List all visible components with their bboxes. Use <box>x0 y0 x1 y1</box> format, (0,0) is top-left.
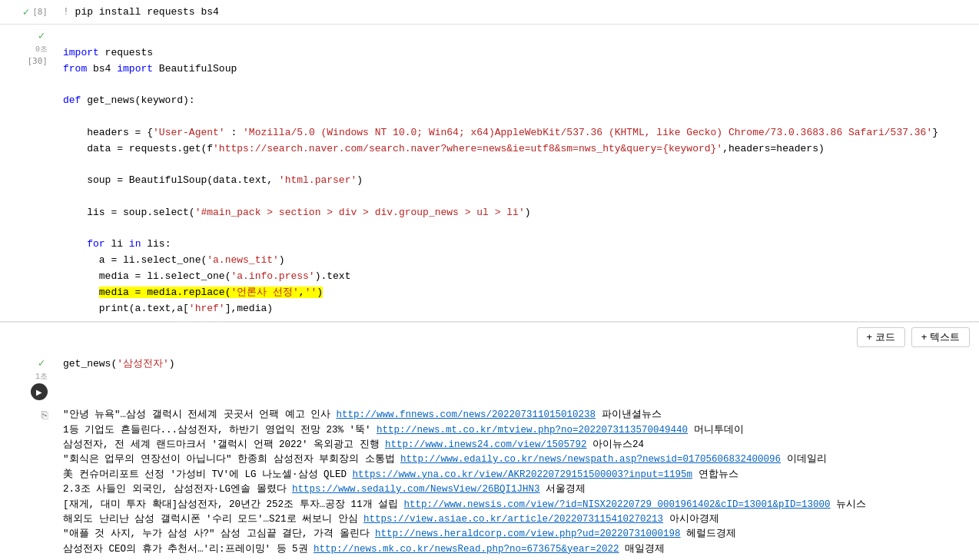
output-link-6[interactable]: https://www.sedaily.com/NewsView/26BQI1J… <box>292 484 540 495</box>
output-cell: ⎘ "안녕 뉴욕"…삼성 갤럭시 전세계 곳곳서 언팩 예고 인사 http:/… <box>0 405 979 560</box>
code-area-30: import requests from bs4 import Beautifu… <box>63 29 970 316</box>
str-samsung: '삼성전자' <box>117 358 169 369</box>
str-replace-to: '' <box>305 287 317 298</box>
run-exec-time: 1초 <box>35 371 48 382</box>
run-code: get_news('삼성전자') <box>63 356 970 373</box>
cell-status-30: ✓ 0초 <box>35 29 48 55</box>
str-replace-from: '언론사 선정' <box>231 287 298 298</box>
pip-install-cell: ✓ [8] ! pip install requests bs4 <box>0 0 979 25</box>
output-line-4: "회식은 업무의 연장선이 아닙니다" 한종희 삼성전자 부회장의 소통법 ht… <box>63 452 970 467</box>
str-html-parser: 'html.parser' <box>279 174 357 186</box>
keyword-import2: import <box>117 63 153 75</box>
run-button[interactable]: ▶ <box>31 383 48 400</box>
output-link-10[interactable]: http://news.mk.co.kr/newsRead.php?no=673… <box>314 544 619 555</box>
output-link-9[interactable]: http://news.heraldcorp.com/view.php?ud=2… <box>375 529 681 539</box>
keyword-in: in <box>129 238 141 250</box>
output-line-1: "안녕 뉴욕"…삼성 갤럭시 전세계 곳곳서 언팩 예고 인사 http://w… <box>63 408 970 422</box>
keyword-from: from <box>63 63 87 75</box>
output-link-2[interactable]: http://news.mt.co.kr/mtview.php?no=20220… <box>377 425 688 436</box>
check-icon-run: ✓ <box>38 356 45 369</box>
output-content: "안녕 뉴욕"…삼성 갤럭시 전세계 곳곳서 언팩 예고 인사 http://w… <box>54 405 979 560</box>
pip-exec-count: [8] <box>32 7 48 17</box>
add-code-button[interactable]: + 코드 <box>857 327 905 347</box>
keyword-import: import <box>63 47 99 58</box>
output-line-10: 삼성전자 CEO의 휴가 추천서…'리:프레이밍' 등 5권 http://ne… <box>63 542 970 557</box>
str-news-tit: 'a.news_tit' <box>207 254 279 266</box>
output-line-7: [재게, 대미 투자 확대]삼성전자, 20년간 252조 투자…공장 11개 … <box>63 498 970 512</box>
pip-code: ! pip install requests bs4 <box>54 3 979 21</box>
output-line-3: 삼성전자, 전 세계 랜드마크서 '갤럭시 언팩 2022' 옥외광고 진행 h… <box>63 438 970 452</box>
str-info-press: 'a.info.press' <box>231 270 314 282</box>
str-user-agent-val: 'Mozilla/5.0 (Windows NT 10.0; Win64; x6… <box>243 127 932 138</box>
cell-code-content-30[interactable]: import requests from bs4 import Beautifu… <box>54 25 979 321</box>
highlight-media-replace: media = media.replace('언론사 선정','') <box>99 287 323 298</box>
run-cell-content[interactable]: get_news('삼성전자') <box>54 352 979 405</box>
output-line-6: 2.3조 사들인 외국인, 삼성전자·LG엔솔 몰렸다 https://www.… <box>63 482 970 497</box>
output-line-2: 1등 기업도 흔들린다...삼성전자, 하반기 영업익 전망 23% '뚝' h… <box>63 423 970 438</box>
add-text-button[interactable]: + 텍스트 <box>911 327 970 347</box>
output-link-5[interactable]: https://www.yna.co.kr/view/AKR2022072915… <box>353 469 693 480</box>
output-link-8[interactable]: https://view.asiae.co.kr/article/2022073… <box>363 514 663 525</box>
check-icon: ✓ <box>23 5 29 18</box>
output-link-3[interactable]: http://www.inews24.com/view/1505792 <box>385 439 587 450</box>
toolbar-row: + 코드 + 텍스트 <box>0 322 979 352</box>
code-cell-30: ✓ 0초 [30] import requests from bs4 impor… <box>0 25 979 322</box>
cell-gutter-30: ✓ 0초 [30] <box>0 25 54 321</box>
keyword-def: def <box>63 94 81 106</box>
output-link-4[interactable]: http://www.edaily.co.kr/news/newspath.as… <box>400 454 781 465</box>
run-cell: ✓ 1초 ▶ get_news('삼성전자') <box>0 352 979 405</box>
str-href: 'href' <box>189 303 225 314</box>
output-line-8: 해외도 난리난 삼성 갤럭시폰 '수리 모드'…S21로 써보니 안심 http… <box>63 512 970 527</box>
run-cell-gutter: ✓ 1초 ▶ <box>0 352 54 405</box>
notebook: ✓ [8] ! pip install requests bs4 ✓ 0초 [3… <box>0 0 979 560</box>
pip-gutter: ✓ [8] <box>0 3 54 21</box>
copy-icon[interactable]: ⎘ <box>41 409 48 422</box>
output-link-1[interactable]: http://www.fnnews.com/news/2022073110150… <box>337 409 596 420</box>
output-line-9: "애플 것 사지, 누가 삼성 사?" 삼성 고심끝 결단, 가격 올린다 ht… <box>63 527 970 542</box>
exec-time-30: 0초 <box>35 44 48 55</box>
str-user-agent-key: 'User-Agent' <box>153 127 225 138</box>
run-cell-status: ✓ 1초 <box>35 356 48 382</box>
output-link-7[interactable]: http://www.newsis.com/view/?id=NISX20220… <box>404 499 831 510</box>
str-url: 'https://search.naver.com/search.naver?w… <box>213 143 722 154</box>
output-line-5: 美 컨슈머리포트 선정 '가성비 TV'에 LG 나노셀·삼성 QLED htt… <box>63 468 970 482</box>
str-selector: '#main_pack > section > div > div.group_… <box>195 207 525 218</box>
output-gutter: ⎘ <box>0 405 54 560</box>
keyword-for: for <box>87 238 105 250</box>
check-icon-30: ✓ <box>38 29 45 42</box>
exec-count-30: [30] <box>28 56 48 66</box>
